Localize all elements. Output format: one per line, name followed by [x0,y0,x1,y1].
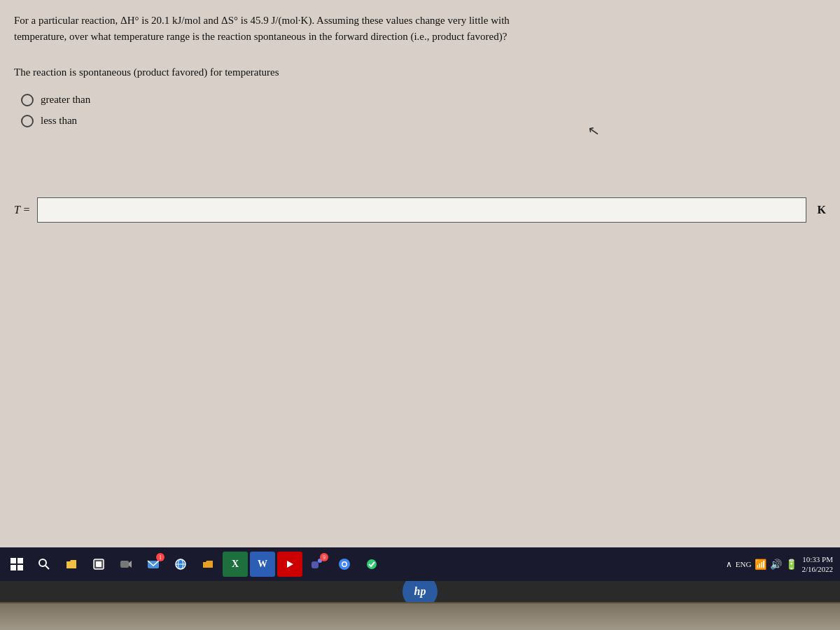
word-icon: W [258,559,267,570]
camera-icon [120,558,132,570]
folder-button[interactable] [195,552,220,577]
t-equals-label: T = [14,204,30,216]
youtube-button[interactable] [277,552,302,577]
hp-bar: hp [0,581,840,602]
svg-rect-4 [120,561,129,568]
clock-date: 2/16/2022 [802,564,833,574]
temperature-input[interactable] [37,197,806,223]
svg-marker-10 [287,561,293,568]
option-less-than[interactable]: less than [21,115,826,127]
sub-question: The reaction is spontaneous (product fav… [14,66,826,78]
svg-line-1 [46,566,49,569]
search-button[interactable] [31,552,57,577]
hp-logo-text: hp [414,585,426,598]
taskbar-right: ∧ ENG 📶 🔊 🔋 10:33 PM 2/16/2022 [726,554,836,575]
teams-button[interactable]: 9 [304,552,330,577]
globe-icon [174,558,187,570]
battery-icon[interactable]: 🔋 [785,559,797,570]
chrome-icon [338,558,351,570]
settings-icon [92,558,105,570]
file-explorer-button[interactable] [59,552,84,577]
mail-badge: 1 [156,553,164,561]
excel-icon: X [232,559,239,570]
camera-button[interactable] [113,552,139,577]
chevron-up-icon[interactable]: ∧ [726,559,732,570]
volume-icon[interactable]: 🔊 [770,559,782,570]
play-icon [285,559,295,569]
question-text: For a particular reaction, ΔH° is 20.1 k… [14,13,826,46]
language-icon[interactable]: ENG [736,560,752,568]
folder2-icon [202,558,214,570]
svg-point-15 [343,563,346,566]
start-button[interactable] [4,552,29,577]
taskbar-left: 1 X W [4,552,384,577]
question-line2: temperature, over what temperature range… [14,31,507,42]
radio-group: greater than less than [21,94,826,127]
laptop-bottom-bezel [0,602,840,630]
mail-button[interactable]: 1 [141,552,166,577]
svg-rect-11 [312,561,318,568]
k-unit-label: K [818,204,826,216]
system-tray: ∧ ENG 📶 🔊 🔋 [726,559,798,570]
browser-button[interactable] [168,552,193,577]
radio-circle-less[interactable] [21,115,34,127]
option-greater-than[interactable]: greater than [21,94,826,106]
taskbar: 1 X W [0,547,840,581]
word-button[interactable]: W [250,552,275,577]
answer-row: T = K [14,197,826,223]
windows-icon [10,558,23,570]
radio-circle-greater[interactable] [21,94,34,106]
svg-marker-5 [129,561,132,568]
clock-time: 10:33 PM [802,554,833,564]
option-greater-label: greater than [41,94,90,106]
question-line1: For a particular reaction, ΔH° is 20.1 k… [14,15,510,26]
folder-icon [65,558,78,570]
verify-button[interactable] [359,552,384,577]
checkmark-icon [365,558,378,570]
search-icon [38,558,50,570]
svg-point-0 [39,559,46,566]
main-content: For a particular reaction, ΔH° is 20.1 k… [0,0,840,547]
clock[interactable]: 10:33 PM 2/16/2022 [802,554,833,575]
chrome-button[interactable] [332,552,357,577]
teams-badge: 9 [320,553,328,561]
excel-button[interactable]: X [223,552,248,577]
wifi-icon[interactable]: 📶 [755,559,766,570]
svg-point-16 [367,559,377,569]
option-less-label: less than [41,115,77,127]
svg-rect-3 [96,561,102,567]
settings-button[interactable] [86,552,111,577]
